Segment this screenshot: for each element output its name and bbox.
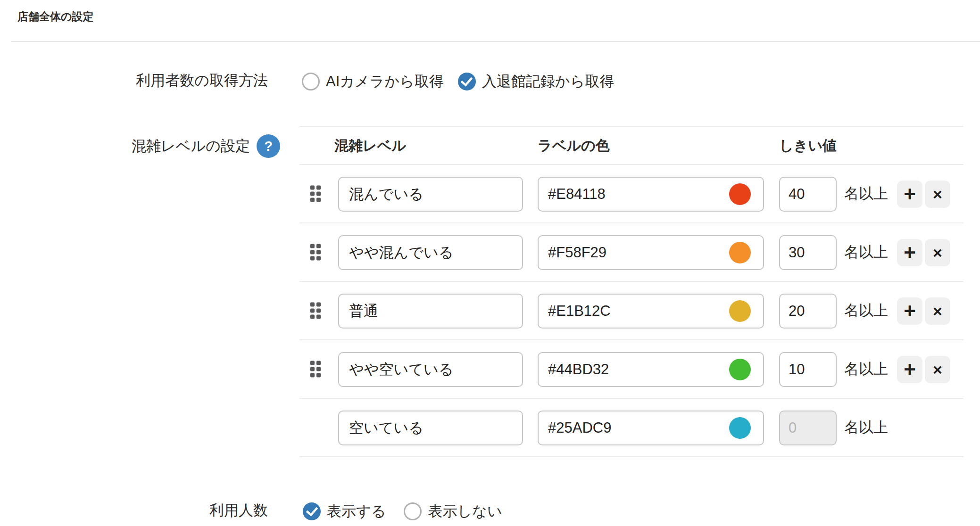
threshold-input[interactable] bbox=[779, 177, 837, 212]
threshold-input[interactable] bbox=[779, 352, 837, 387]
threshold-input[interactable] bbox=[779, 235, 837, 270]
divider bbox=[11, 41, 980, 42]
remove-row-button[interactable]: × bbox=[925, 181, 950, 208]
congestion-table: 混雑レベル ラベルの色 しきい値 名以上 + × 名以上 + × bbox=[299, 126, 963, 457]
color-swatch[interactable] bbox=[729, 359, 751, 380]
add-row-button[interactable]: + bbox=[897, 239, 922, 266]
radio-option-label: 入退館記録から取得 bbox=[482, 72, 614, 91]
threshold-suffix-label: 名以上 bbox=[844, 301, 888, 321]
radio-icon[interactable] bbox=[302, 73, 320, 90]
acquisition-radio-group: AIカメラから取得 入退館記録から取得 bbox=[302, 72, 614, 91]
color-swatch[interactable] bbox=[729, 183, 751, 205]
table-row: 名以上 + × bbox=[299, 399, 963, 457]
level-name-input[interactable] bbox=[338, 352, 523, 387]
threshold-suffix-label: 名以上 bbox=[844, 242, 888, 262]
add-row-button[interactable]: + bbox=[897, 356, 922, 383]
page-title: 店舗全体の設定 bbox=[17, 9, 94, 24]
color-swatch[interactable] bbox=[729, 300, 751, 322]
visitor-count-radio-group: 表示する 表示しない bbox=[303, 501, 502, 521]
radio-checked-icon[interactable] bbox=[303, 502, 321, 520]
color-hex-input[interactable] bbox=[539, 186, 729, 203]
threshold-suffix-label: 名以上 bbox=[844, 359, 888, 379]
remove-row-button[interactable]: × bbox=[925, 356, 950, 383]
table-row: 名以上 + × bbox=[299, 340, 963, 399]
color-hex-input[interactable] bbox=[539, 419, 729, 436]
level-name-input[interactable] bbox=[338, 177, 523, 212]
column-header-threshold: しきい値 bbox=[779, 136, 837, 155]
table-row: 名以上 + × bbox=[299, 165, 963, 223]
threshold-suffix-label: 名以上 bbox=[844, 418, 888, 437]
color-field[interactable] bbox=[538, 235, 764, 270]
radio-option-entry-exit-records[interactable]: 入退館記録から取得 bbox=[458, 72, 614, 91]
column-header-color: ラベルの色 bbox=[538, 136, 610, 155]
radio-option-show[interactable]: 表示する bbox=[303, 501, 386, 521]
column-header-level: 混雑レベル bbox=[334, 136, 406, 155]
color-swatch[interactable] bbox=[729, 242, 751, 263]
congestion-level-setting-label-row: 混雑レベルの設定 ? bbox=[0, 134, 280, 158]
table-row: 名以上 + × bbox=[299, 223, 963, 282]
radio-option-label: 表示する bbox=[327, 501, 386, 521]
remove-row-button[interactable]: × bbox=[925, 297, 950, 325]
table-row: 名以上 + × bbox=[299, 282, 963, 340]
level-name-input[interactable] bbox=[338, 411, 523, 445]
congestion-level-setting-label: 混雑レベルの設定 bbox=[132, 136, 250, 156]
color-hex-input[interactable] bbox=[539, 361, 729, 378]
remove-row-button[interactable]: × bbox=[925, 239, 950, 266]
color-field[interactable] bbox=[538, 294, 764, 329]
color-hex-input[interactable] bbox=[539, 244, 729, 261]
level-name-input[interactable] bbox=[338, 235, 523, 270]
color-hex-input[interactable] bbox=[539, 303, 729, 320]
congestion-table-body: 名以上 + × 名以上 + × 名以上 + × 名以 bbox=[299, 165, 963, 457]
congestion-table-header: 混雑レベル ラベルの色 しきい値 bbox=[299, 126, 963, 165]
color-field[interactable] bbox=[538, 411, 764, 445]
color-field[interactable] bbox=[538, 177, 764, 212]
add-row-button[interactable]: + bbox=[897, 297, 922, 325]
threshold-input[interactable] bbox=[779, 411, 837, 445]
radio-checked-icon[interactable] bbox=[458, 73, 476, 90]
radio-option-hide[interactable]: 表示しない bbox=[404, 501, 502, 521]
radio-option-label: 表示しない bbox=[428, 501, 502, 521]
color-field[interactable] bbox=[538, 352, 764, 387]
acquisition-method-label: 利用者数の取得方法 bbox=[0, 71, 268, 90]
add-row-button[interactable]: + bbox=[897, 181, 922, 208]
color-swatch[interactable] bbox=[729, 417, 751, 439]
drag-handle-icon[interactable] bbox=[310, 361, 321, 378]
drag-handle-icon[interactable] bbox=[310, 303, 321, 319]
drag-handle-icon[interactable] bbox=[310, 186, 321, 202]
help-icon[interactable]: ? bbox=[257, 134, 280, 158]
level-name-input[interactable] bbox=[338, 294, 523, 329]
drag-handle-icon[interactable] bbox=[310, 244, 321, 261]
radio-option-ai-camera[interactable]: AIカメラから取得 bbox=[302, 72, 444, 91]
radio-icon[interactable] bbox=[404, 502, 422, 520]
threshold-suffix-label: 名以上 bbox=[844, 184, 888, 204]
threshold-input[interactable] bbox=[779, 294, 837, 329]
visitor-count-label: 利用人数 bbox=[0, 501, 268, 520]
radio-option-label: AIカメラから取得 bbox=[326, 72, 444, 91]
